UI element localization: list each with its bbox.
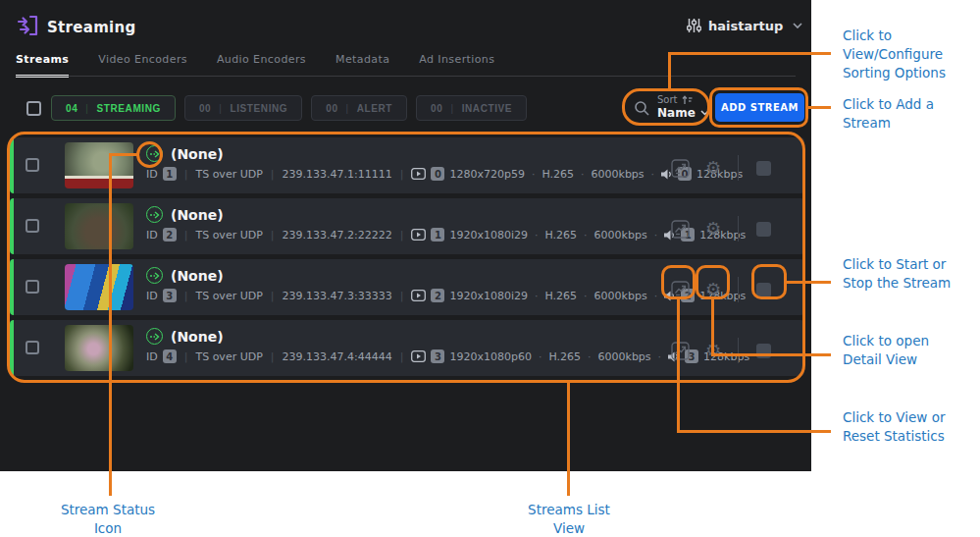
separator: · (581, 168, 585, 181)
sort-control[interactable]: Sort Name (657, 94, 709, 120)
detail-view-gear-button[interactable]: ⚙ (696, 220, 730, 238)
separator: | (400, 290, 404, 302)
separator: · (584, 290, 588, 302)
account-menu[interactable]: haistartup (687, 18, 802, 33)
stream-row[interactable]: (None) ID 3 | TS over UDP | 239.133.47.3… (10, 259, 804, 315)
stream-metadata: ID 2 | TS over UDP | 239.133.47.2:22222 … (146, 228, 746, 242)
separator: | (184, 168, 188, 181)
streaming-logo-icon (16, 13, 41, 38)
annotation-detail-view: Click to open Detail View (843, 332, 966, 369)
start-stop-button[interactable] (747, 283, 780, 297)
stream-title: (None) (171, 329, 224, 345)
separator: | (184, 229, 188, 242)
annotation-streams-list-view: Streams List View (518, 501, 620, 537)
start-stop-button[interactable] (747, 161, 780, 176)
stream-status-icon (146, 145, 163, 162)
stream-row[interactable]: (None) ID 1 | TS over UDP | 239.133.47.1… (10, 137, 804, 193)
separator: · (658, 350, 662, 363)
stream-bitrate: 6000kbps (592, 168, 645, 181)
filter-streaming[interactable]: 04|STREAMING (51, 95, 176, 121)
select-all-checkbox[interactable] (26, 101, 41, 116)
stream-thumbnail (65, 203, 133, 249)
tab-audio-encoders[interactable]: Audio Encoders (217, 53, 306, 78)
stream-title: (None) (171, 207, 224, 223)
separator: | (400, 350, 404, 363)
detail-view-gear-button[interactable]: ⚙ (696, 342, 730, 359)
statistics-button[interactable] (663, 281, 696, 299)
filter-listening[interactable]: 00|LISTENING (184, 95, 302, 121)
start-stop-button[interactable] (747, 344, 780, 358)
tab-ad-insertions[interactable]: Ad Insertions (419, 53, 494, 78)
sort-label: Sort (657, 94, 678, 105)
stream-row[interactable]: (None) ID 2 | TS over UDP | 239.133.47.2… (10, 198, 804, 254)
tab-streams[interactable]: Streams (16, 53, 69, 78)
stream-status-icon (146, 328, 163, 345)
stream-address: 239.133.47.2:22222 (283, 229, 392, 242)
stream-id-badge: 1 (163, 167, 177, 181)
stream-row-checkbox[interactable] (26, 280, 39, 294)
divider (16, 76, 796, 77)
stream-metadata: ID 1 | TS over UDP | 239.133.47.1:11111 … (146, 167, 743, 181)
separator: · (532, 168, 536, 181)
separator: · (588, 350, 592, 363)
separator: | (271, 350, 275, 363)
start-stop-button[interactable] (747, 222, 780, 237)
filter-label: STREAMING (97, 103, 161, 114)
add-stream-button[interactable]: ADD STREAM (715, 93, 804, 122)
stream-row[interactable]: (None) ID 4 | TS over UDP | 239.133.47.4… (10, 320, 804, 376)
separator: · (584, 229, 588, 242)
divider (738, 155, 739, 181)
filter-count: 00 (431, 103, 442, 114)
tab-metadata[interactable]: Metadata (335, 53, 389, 78)
stream-codec: H.265 (545, 290, 578, 302)
stream-protocol: TS over UDP (195, 229, 262, 242)
filter-separator: | (346, 103, 349, 114)
detail-view-gear-button[interactable]: ⚙ (696, 281, 730, 298)
statistics-button[interactable] (663, 159, 696, 178)
stream-bitrate: 6000kbps (598, 350, 651, 363)
statistics-button[interactable] (663, 220, 696, 239)
stop-icon (756, 161, 771, 176)
separator: · (535, 290, 539, 302)
filter-label: LISTENING (230, 103, 287, 114)
detail-view-gear-button[interactable]: ⚙ (696, 159, 730, 177)
separator: | (271, 168, 275, 181)
stream-row-checkbox[interactable] (26, 158, 39, 172)
stream-codec: H.265 (545, 229, 578, 242)
stream-codec: H.265 (548, 350, 581, 363)
annotation-start-stop-stream: Click to Start or Stop the Stream (843, 255, 966, 293)
filter-alert[interactable]: 00|ALERT (311, 95, 407, 121)
tab-video-encoders[interactable]: Video Encoders (98, 53, 187, 78)
stream-protocol: TS over UDP (195, 350, 262, 363)
filter-separator: | (450, 103, 453, 114)
chevron-down-icon (793, 23, 802, 28)
video-pid-badge: 0 (431, 167, 444, 181)
statistics-button[interactable] (663, 342, 696, 360)
divider (738, 277, 739, 302)
streaming-app-window: Streaming haistartup Streams Video Encod… (0, 0, 811, 471)
stream-row-checkbox[interactable] (26, 341, 39, 354)
video-icon (411, 229, 426, 241)
filter-count: 04 (66, 103, 77, 114)
status-filter-bar: 04|STREAMING 00|LISTENING 00|ALERT 00|IN… (51, 95, 527, 121)
page-title: Streaming (47, 19, 136, 36)
stream-metadata: ID 4 | TS over UDP | 239.133.47.4:44444 … (146, 349, 749, 363)
video-icon (411, 350, 426, 362)
stream-protocol: TS over UDP (195, 290, 262, 302)
video-icon (411, 290, 426, 301)
filter-count: 00 (199, 103, 211, 114)
stream-status-icon (146, 267, 163, 284)
filter-count: 00 (326, 103, 337, 114)
separator: · (535, 229, 539, 242)
filter-inactive[interactable]: 00|INACTIVE (416, 95, 527, 121)
search-icon[interactable] (634, 100, 650, 117)
stream-address: 239.133.47.4:44444 (283, 350, 392, 363)
stream-row-checkbox[interactable] (26, 219, 39, 233)
stop-icon (756, 222, 771, 237)
separator: | (400, 168, 404, 181)
separator: | (271, 229, 275, 242)
stream-bitrate: 6000kbps (594, 229, 647, 242)
stream-thumbnail (65, 142, 133, 188)
separator: · (539, 350, 542, 363)
annotation-add-stream: Click to Add a Stream (843, 95, 966, 133)
